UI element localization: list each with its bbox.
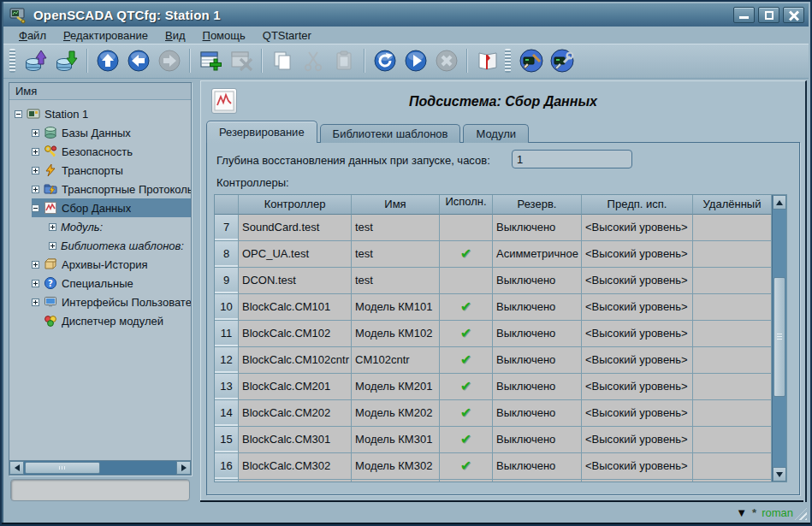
cell-name[interactable]: Модель КМ101 [352,294,440,321]
scroll-left-button[interactable] [9,461,24,475]
exec-check-icon[interactable]: ✔ [440,347,493,374]
toolbar-drag-handle[interactable] [9,49,15,73]
cell-name[interactable]: Модель КМ301 [352,427,440,453]
menu-file[interactable]: Файл [10,27,55,44]
expand-icon[interactable] [32,298,39,306]
cell-preferred[interactable]: <Высокий уровень> [582,215,693,241]
copy-button[interactable] [267,45,298,76]
cell-preferred[interactable]: <Высокий уровень> [582,294,693,321]
exec-check-icon[interactable] [440,268,493,294]
up-level-button[interactable] [92,45,123,76]
minimize-button[interactable] [733,7,755,23]
tree-item-databases[interactable]: Базы Данных [9,123,191,142]
cell-preferred[interactable]: <Высокий уровень> [582,241,693,268]
paste-button[interactable] [329,45,359,76]
menu-view[interactable]: Вид [157,27,194,44]
start-button[interactable] [400,45,431,76]
cell-remote[interactable] [693,215,772,241]
cell-preferred[interactable]: <Высокий уровень> [582,427,693,453]
cell-controller[interactable]: SoundCard.test [239,215,352,241]
cell-controller[interactable]: BlockCalc.CM201 [239,374,352,400]
exec-check-icon[interactable]: ✔ [440,453,493,480]
cell-name[interactable]: Модель КМ302 [352,453,440,480]
cell-reserve[interactable]: Выключено [493,427,582,453]
tree-item-station1[interactable]: Station 1 [9,104,191,123]
scroll-up-button[interactable] [773,195,786,210]
close-button[interactable] [783,7,804,23]
exec-check-icon[interactable]: ✔ [440,294,493,321]
cell-reserve[interactable]: Выключено [493,268,582,294]
exec-check-icon[interactable]: ✔ [440,321,493,347]
cell-remote[interactable] [693,241,772,268]
forward-button[interactable] [154,45,185,76]
expand-icon[interactable] [32,261,39,269]
expand-icon[interactable] [32,148,39,156]
cell-controller[interactable]: DCON.test [239,268,352,294]
cell-name[interactable]: test [352,215,440,241]
cell-remote[interactable] [693,321,772,347]
expand-icon[interactable] [32,129,39,137]
column-header-exec[interactable]: Исполн. [440,195,493,215]
expand-icon[interactable] [32,280,39,287]
cell-preferred[interactable]: <Высокий уровень> [582,453,693,480]
menu-qtstarter[interactable]: QTStarter [254,27,320,44]
tree-horizontal-scrollbar[interactable] [9,460,191,475]
column-header-preferred[interactable]: Предп. исп. [582,195,693,215]
exec-check-icon[interactable]: ✔ [440,427,493,453]
qtstarter-tools-button[interactable] [547,45,578,76]
cell-controller[interactable]: BlockCalc.CM102cntr [239,347,352,374]
stop-button[interactable] [431,45,462,76]
save-button[interactable] [51,45,82,76]
tree-item-user-interfaces[interactable]: Интерфейсы Пользователя [9,293,191,311]
tree-item-transport-protocols[interactable]: Транспортные Протоколы [9,180,191,198]
exec-check-icon[interactable]: ✔ [440,241,493,268]
cell-controller[interactable]: BlockCalc.CM102 [239,321,352,347]
item-delete-button[interactable] [226,45,257,76]
expand-icon[interactable] [49,242,56,250]
menu-edit[interactable]: Редактирование [55,27,157,44]
cell-reserve[interactable]: Выключено [493,321,582,347]
cell-reserve[interactable]: Выключено [493,294,582,321]
menu-help[interactable]: Помощь [194,27,254,44]
column-header-name[interactable]: Имя [352,195,440,215]
cell-preferred[interactable]: <Высокий уровень> [582,400,693,427]
cell-remote[interactable] [693,400,772,427]
cut-button[interactable] [298,45,329,76]
scrollbar-thumb[interactable] [773,277,785,397]
tree-item-template-library[interactable]: Библиотека шаблонов: [9,236,191,255]
cell-remote[interactable] [693,427,772,453]
cell-reserve[interactable]: Выключено [493,453,582,480]
cell-name[interactable]: test [352,268,440,294]
status-expand-icon[interactable]: ▼ [736,507,747,518]
restore-depth-input[interactable] [512,150,632,168]
cell-controller[interactable]: OPC_UA.test [239,241,352,268]
cell-preferred[interactable]: <Высокий уровень> [582,374,693,400]
tree-item-module[interactable]: Модуль: [9,217,191,236]
cell-remote[interactable] [693,294,772,321]
title-bar[interactable]: OpenSCADA QTCfg: Station 1 [3,3,809,27]
tree-item-transports[interactable]: Транспорты [9,161,191,180]
maximize-button[interactable] [758,7,779,23]
column-header-controller[interactable]: Контроллер [239,195,352,215]
tab-template-libraries[interactable]: Библиотеки шаблонов [320,124,461,143]
exec-check-icon[interactable] [440,215,493,241]
cell-remote[interactable] [693,374,772,400]
cell-name[interactable]: test [352,241,440,268]
cell-remote[interactable] [693,453,772,480]
tree-item-security[interactable]: Безопасность [9,142,191,161]
refresh-button[interactable] [370,45,400,76]
tree-item-module-scheduler[interactable]: Диспетчер модулей [9,311,191,330]
cell-preferred[interactable]: <Высокий уровень> [582,321,693,347]
cell-preferred[interactable]: <Высокий уровень> [582,347,693,374]
collapse-icon[interactable] [32,204,39,212]
expand-icon[interactable] [49,223,56,231]
tree-filter-field[interactable] [10,479,190,501]
scrollbar-track[interactable] [24,461,176,475]
qtstarter-config-button[interactable] [516,45,547,76]
exec-check-icon[interactable]: ✔ [440,374,493,400]
cell-reserve[interactable]: Асимметричное [493,241,582,268]
scrollbar-thumb[interactable] [25,462,100,474]
collapse-icon[interactable] [15,110,22,118]
cell-preferred[interactable]: <Высокий уровень> [582,268,693,294]
expand-icon[interactable] [32,186,39,193]
